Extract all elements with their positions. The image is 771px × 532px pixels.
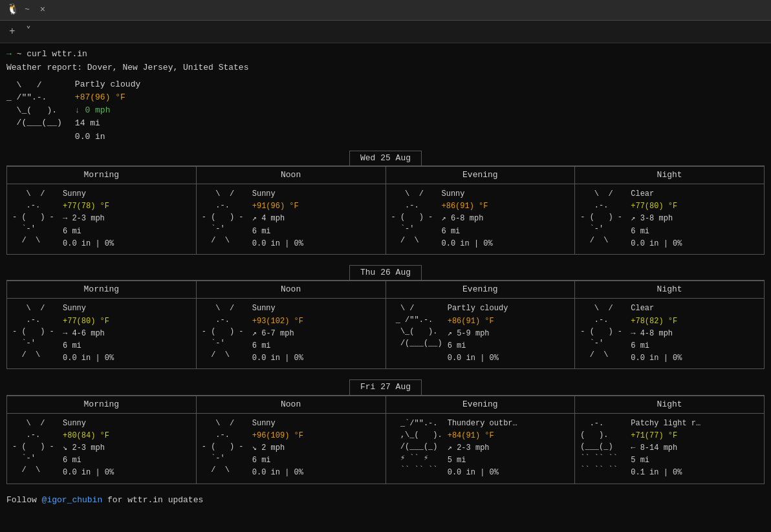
prompt-line: → ~ curl wttr.in <box>6 48 765 60</box>
period-header-3: Night <box>575 396 764 413</box>
period-temp: +80(84) °F <box>63 430 114 442</box>
period-headers: MorningNoonEveningNight <box>7 281 764 298</box>
period-precip: 0.0 in | 0% <box>448 467 517 479</box>
period-info: Clear+77(80) °F↗ 3-8 mph6 mi0.0 in | 0% <box>631 188 682 250</box>
period-headers: MorningNoonEveningNight <box>7 396 764 413</box>
period-temp: +77(80) °F <box>63 315 114 328</box>
period-cell-2: _`/"".-. ,\_( ). /(___(_) ⚡ `` ⚡ `` `` `… <box>386 414 576 484</box>
period-condition: Sunny <box>63 188 114 200</box>
period-header-2: Evening <box>386 167 576 184</box>
current-visibility: 14 mi <box>75 118 140 129</box>
period-condition: Patchy light r… <box>631 418 700 430</box>
period-temp: +86(91) °F <box>442 200 493 213</box>
current-ascii: \ / _ /"".-. \_( ). /(___(__) <box>6 79 62 143</box>
period-ascii: \ / .-. - ( ) - `-' / \ <box>12 188 58 250</box>
period-header-1: Noon <box>197 167 386 184</box>
period-ascii: \ / .-. - ( ) - `-' / \ <box>12 418 58 480</box>
period-cell-1: \ / .-. - ( ) - `-' / \Sunny+91(96) °F↗ … <box>197 184 386 254</box>
new-tab-button[interactable]: + <box>5 23 19 40</box>
prompt-arrow: → <box>6 49 12 59</box>
period-info: Sunny+91(96) °F↗ 4 mph6 mi0.0 in | 0% <box>252 188 303 250</box>
period-wind: ↗ 2-3 mph <box>448 442 517 454</box>
day-block-2: Fri 27 AugMorningNoonEveningNight \ / .-… <box>6 379 765 484</box>
period-cell-1: \ / .-. - ( ) - `-' / \Sunny+93(102) °F↗… <box>197 299 386 368</box>
period-condition: Sunny <box>63 303 114 315</box>
period-cell-1: \ / .-. - ( ) - `-' / \Sunny+96(109) °F↘… <box>197 414 386 484</box>
prompt-tilde: ~ <box>17 49 27 59</box>
period-info: Partly cloudy+86(91) °F↗ 5-9 mph6 mi0.0 … <box>448 303 508 365</box>
command-text: curl wttr.in <box>27 49 87 59</box>
tab-chevron-icon[interactable]: ˅ <box>22 23 35 40</box>
period-wind: ↘ 2-3 mph <box>63 442 114 454</box>
period-precip: 0.0 in | 0% <box>631 238 682 250</box>
period-wind: → 2-3 mph <box>63 213 114 225</box>
current-precip: 0.0 in <box>75 131 140 143</box>
period-precip: 0.0 in | 0% <box>63 352 114 365</box>
period-visibility: 6 mi <box>252 454 303 467</box>
day-title: Fri 27 Aug <box>349 379 422 395</box>
current-wind: ↓ 0 mph <box>75 105 140 116</box>
period-cell-2: \ / _ /"".-. \_( ). /(___(__)Partly clou… <box>386 299 576 368</box>
period-wind: ↗ 5-9 mph <box>448 328 508 340</box>
period-info: Sunny+86(91) °F↗ 6-8 mph6 mi0.0 in | 0% <box>442 188 493 250</box>
period-temp: +71(77) °F <box>631 430 700 442</box>
day-block-1: Thu 26 AugMorningNoonEveningNight \ / .-… <box>6 265 765 369</box>
period-ascii: .-. ( ). (___(_) `` `` `` `` `` `` <box>580 418 625 480</box>
period-condition: Clear <box>631 188 682 200</box>
period-info: Sunny+96(109) °F↘ 2 mph6 mi0.0 in | 0% <box>252 418 303 480</box>
day-title: Wed 25 Aug <box>349 151 422 166</box>
period-header-0: Morning <box>7 396 197 413</box>
period-wind: → 4-8 mph <box>631 328 682 340</box>
period-cell-2: \ / .-. - ( ) - `-' / \Sunny+86(91) °F↗ … <box>386 184 576 254</box>
days-container: Wed 25 AugMorningNoonEveningNight \ / .-… <box>6 151 765 484</box>
follow-link[interactable]: @igor_chubin <box>42 495 103 505</box>
period-cell-3: \ / .-. - ( ) - `-' / \Clear+78(82) °F→ … <box>575 299 764 368</box>
period-wind: → 4-6 mph <box>63 328 114 340</box>
terminal-body: → ~ curl wttr.in Weather report: Dover, … <box>0 43 771 511</box>
period-visibility: 5 mi <box>448 454 517 467</box>
period-temp: +77(78) °F <box>63 200 114 213</box>
current-temp: +87(96) °F <box>75 92 140 103</box>
period-cell-0: \ / .-. - ( ) - `-' / \Sunny+77(80) °F→ … <box>7 299 197 368</box>
period-condition: Thundery outbr… <box>448 418 517 430</box>
period-ascii: \ / .-. - ( ) - `-' / \ <box>202 303 247 365</box>
period-data-row: \ / .-. - ( ) - `-' / \Sunny+77(80) °F→ … <box>7 298 764 368</box>
period-temp: +78(82) °F <box>631 315 682 328</box>
period-info: Clear+78(82) °F→ 4-8 mph6 mi0.0 in | 0% <box>631 303 682 365</box>
period-wind: ↗ 4 mph <box>252 213 303 225</box>
period-condition: Sunny <box>442 188 493 200</box>
period-condition: Clear <box>631 303 682 315</box>
period-visibility: 6 mi <box>252 340 303 352</box>
arch-logo-icon: 🐧 <box>6 3 19 17</box>
period-ascii: _`/"".-. ,\_( ). /(___(_) ⚡ `` ⚡ `` `` `… <box>391 418 442 480</box>
period-header-3: Night <box>575 281 764 298</box>
period-precip: 0.0 in | 0% <box>252 238 303 250</box>
period-precip: 0.0 in | 0% <box>252 467 303 479</box>
period-cell-0: \ / .-. - ( ) - `-' / \Sunny+77(78) °F→ … <box>7 184 197 254</box>
period-visibility: 5 mi <box>631 454 700 467</box>
period-condition: Partly cloudy <box>448 303 508 315</box>
period-info: Sunny+77(78) °F→ 2-3 mph6 mi0.0 in | 0% <box>63 188 114 250</box>
period-cell-0: \ / .-. - ( ) - `-' / \Sunny+80(84) °F↘ … <box>7 414 197 484</box>
title-bar-left: 🐧 ~ × <box>6 3 45 17</box>
period-header-3: Night <box>575 167 764 184</box>
period-info: Patchy light r…+71(77) °F← 8-14 mph5 mi0… <box>631 418 700 480</box>
period-header-0: Morning <box>7 281 197 298</box>
period-header-2: Evening <box>386 396 576 413</box>
period-cell-3: .-. ( ). (___(_) `` `` `` `` `` ``Patchy… <box>575 414 764 484</box>
close-button[interactable]: × <box>40 4 45 17</box>
day-title-wrapper: Fri 27 Aug <box>6 379 765 395</box>
period-visibility: 6 mi <box>63 454 114 467</box>
period-info: Thundery outbr…+84(91) °F↗ 2-3 mph5 mi0.… <box>448 418 517 480</box>
period-ascii: \ / .-. - ( ) - `-' / \ <box>12 303 58 365</box>
period-ascii: \ / .-. - ( ) - `-' / \ <box>202 418 247 480</box>
location-line: Weather report: Dover, New Jersey, Unite… <box>6 62 765 74</box>
follow-line: Follow @igor_chubin for wttr.in updates <box>6 495 765 506</box>
period-precip: 0.0 in | 0% <box>252 352 303 365</box>
current-info: Partly cloudy +87(96) °F ↓ 0 mph 14 mi 0… <box>75 79 140 143</box>
period-visibility: 6 mi <box>631 226 682 238</box>
period-temp: +93(102) °F <box>252 315 303 328</box>
period-temp: +86(91) °F <box>448 315 508 328</box>
period-ascii: \ / _ /"".-. \_( ). /(___(__) <box>391 303 442 365</box>
period-precip: 0.0 in | 0% <box>63 238 114 250</box>
